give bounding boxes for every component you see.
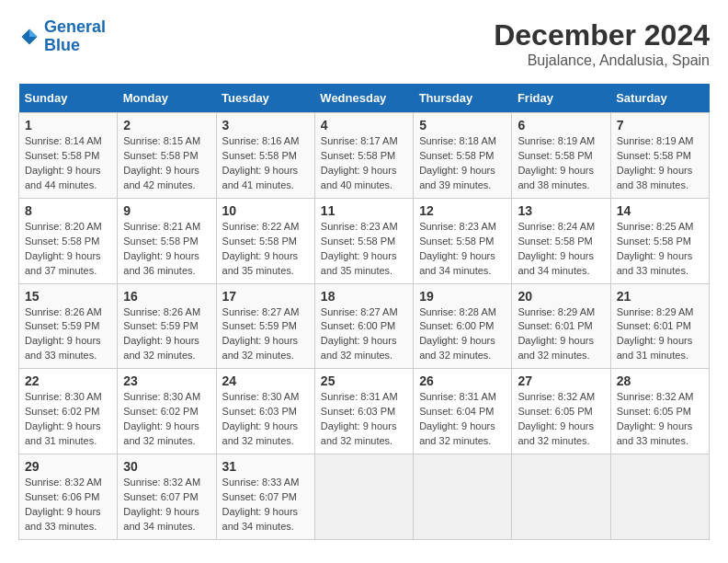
day-info: Sunrise: 8:23 AMSunset: 5:58 PMDaylight:…	[321, 220, 407, 279]
calendar-header-monday: Monday	[118, 84, 216, 113]
day-number: 27	[518, 373, 604, 388]
calendar-cell: 15 Sunrise: 8:26 AMSunset: 5:59 PMDaylig…	[19, 283, 118, 369]
calendar-header-tuesday: Tuesday	[216, 84, 314, 113]
day-number: 12	[419, 203, 506, 218]
day-number: 15	[25, 289, 111, 304]
calendar-cell: 1 Sunrise: 8:14 AMSunset: 5:58 PMDayligh…	[19, 113, 118, 199]
day-info: Sunrise: 8:26 AMSunset: 5:59 PMDaylight:…	[25, 305, 111, 364]
calendar-cell: 8 Sunrise: 8:20 AMSunset: 5:58 PMDayligh…	[19, 198, 118, 283]
day-number: 7	[617, 118, 703, 132]
day-number: 22	[25, 373, 111, 388]
calendar-header-friday: Friday	[512, 84, 610, 113]
calendar-week-row: 15 Sunrise: 8:26 AMSunset: 5:59 PMDaylig…	[19, 283, 710, 369]
calendar-cell: 2 Sunrise: 8:15 AMSunset: 5:58 PMDayligh…	[118, 113, 216, 199]
calendar-cell: 11 Sunrise: 8:23 AMSunset: 5:58 PMDaylig…	[314, 198, 413, 283]
day-number: 1	[25, 118, 111, 132]
calendar-cell: 25 Sunrise: 8:31 AMSunset: 6:03 PMDaylig…	[314, 369, 413, 454]
calendar-week-row: 22 Sunrise: 8:30 AMSunset: 6:02 PMDaylig…	[19, 369, 710, 454]
page-subtitle: Bujalance, Andalusia, Spain	[494, 52, 710, 69]
day-info: Sunrise: 8:19 AMSunset: 5:58 PMDaylight:…	[617, 134, 703, 193]
day-info: Sunrise: 8:15 AMSunset: 5:58 PMDaylight:…	[123, 134, 210, 193]
day-info: Sunrise: 8:16 AMSunset: 5:58 PMDaylight:…	[222, 134, 309, 193]
day-number: 20	[518, 289, 604, 304]
day-info: Sunrise: 8:33 AMSunset: 6:07 PMDaylight:…	[222, 476, 309, 534]
calendar-week-row: 29 Sunrise: 8:32 AMSunset: 6:06 PMDaylig…	[19, 454, 710, 540]
day-info: Sunrise: 8:29 AMSunset: 6:01 PMDaylight:…	[518, 305, 604, 364]
calendar-header-row: SundayMondayTuesdayWednesdayThursdayFrid…	[19, 84, 710, 113]
day-info: Sunrise: 8:14 AMSunset: 5:58 PMDaylight:…	[25, 134, 111, 193]
calendar-cell: 10 Sunrise: 8:22 AMSunset: 5:58 PMDaylig…	[216, 198, 314, 283]
svg-marker-1	[29, 29, 38, 37]
day-info: Sunrise: 8:31 AMSunset: 6:03 PMDaylight:…	[321, 390, 407, 449]
day-number: 3	[222, 118, 309, 132]
day-info: Sunrise: 8:18 AMSunset: 5:58 PMDaylight:…	[419, 134, 506, 193]
day-number: 13	[518, 203, 604, 218]
day-number: 8	[25, 203, 111, 218]
day-info: Sunrise: 8:27 AMSunset: 5:59 PMDaylight:…	[222, 305, 309, 364]
calendar-cell: 12 Sunrise: 8:23 AMSunset: 5:58 PMDaylig…	[414, 198, 512, 283]
calendar-cell: 26 Sunrise: 8:31 AMSunset: 6:04 PMDaylig…	[414, 369, 512, 454]
calendar-cell: 22 Sunrise: 8:30 AMSunset: 6:02 PMDaylig…	[19, 369, 118, 454]
day-info: Sunrise: 8:24 AMSunset: 5:58 PMDaylight:…	[518, 220, 604, 279]
calendar-week-row: 1 Sunrise: 8:14 AMSunset: 5:58 PMDayligh…	[19, 113, 710, 199]
calendar-header-sunday: Sunday	[19, 84, 118, 113]
day-info: Sunrise: 8:22 AMSunset: 5:58 PMDaylight:…	[222, 220, 309, 279]
calendar-cell: 4 Sunrise: 8:17 AMSunset: 5:58 PMDayligh…	[314, 113, 413, 199]
day-number: 26	[419, 373, 506, 388]
day-number: 21	[617, 289, 703, 304]
day-number: 10	[222, 203, 309, 218]
day-info: Sunrise: 8:19 AMSunset: 5:58 PMDaylight:…	[518, 134, 604, 193]
day-info: Sunrise: 8:26 AMSunset: 5:59 PMDaylight:…	[123, 305, 210, 364]
day-info: Sunrise: 8:32 AMSunset: 6:05 PMDaylight:…	[518, 390, 604, 449]
page-title: December 2024	[494, 18, 710, 52]
day-number: 6	[518, 118, 604, 132]
calendar-header-thursday: Thursday	[414, 84, 512, 113]
day-info: Sunrise: 8:20 AMSunset: 5:58 PMDaylight:…	[25, 220, 111, 279]
day-number: 31	[222, 459, 309, 474]
day-info: Sunrise: 8:25 AMSunset: 5:58 PMDaylight:…	[617, 220, 703, 279]
calendar-cell: 20 Sunrise: 8:29 AMSunset: 6:01 PMDaylig…	[512, 283, 610, 369]
day-info: Sunrise: 8:28 AMSunset: 6:00 PMDaylight:…	[419, 305, 506, 364]
calendar-cell: 5 Sunrise: 8:18 AMSunset: 5:58 PMDayligh…	[414, 113, 512, 199]
calendar-cell: 6 Sunrise: 8:19 AMSunset: 5:58 PMDayligh…	[512, 113, 610, 199]
day-number: 14	[617, 203, 703, 218]
day-number: 5	[419, 118, 506, 132]
calendar-cell: 21 Sunrise: 8:29 AMSunset: 6:01 PMDaylig…	[610, 283, 709, 369]
page-header: General Blue December 2024 Bujalance, An…	[18, 18, 710, 69]
calendar-table: SundayMondayTuesdayWednesdayThursdayFrid…	[18, 84, 710, 540]
day-info: Sunrise: 8:32 AMSunset: 6:07 PMDaylight:…	[123, 476, 210, 534]
calendar-cell: 24 Sunrise: 8:30 AMSunset: 6:03 PMDaylig…	[216, 369, 314, 454]
day-info: Sunrise: 8:21 AMSunset: 5:58 PMDaylight:…	[123, 220, 210, 279]
calendar-cell: 9 Sunrise: 8:21 AMSunset: 5:58 PMDayligh…	[118, 198, 216, 283]
day-number: 2	[123, 118, 210, 132]
day-number: 18	[321, 289, 407, 304]
calendar-cell: 23 Sunrise: 8:30 AMSunset: 6:02 PMDaylig…	[118, 369, 216, 454]
day-info: Sunrise: 8:30 AMSunset: 6:03 PMDaylight:…	[222, 390, 309, 449]
calendar-cell	[314, 454, 413, 540]
day-number: 24	[222, 373, 309, 388]
day-number: 30	[123, 459, 210, 474]
day-info: Sunrise: 8:29 AMSunset: 6:01 PMDaylight:…	[617, 305, 703, 364]
day-info: Sunrise: 8:32 AMSunset: 6:05 PMDaylight:…	[617, 390, 703, 449]
title-block: December 2024 Bujalance, Andalusia, Spai…	[494, 18, 710, 69]
day-number: 17	[222, 289, 309, 304]
day-number: 23	[123, 373, 210, 388]
calendar-cell: 7 Sunrise: 8:19 AMSunset: 5:58 PMDayligh…	[610, 113, 709, 199]
day-number: 16	[123, 289, 210, 304]
calendar-cell	[512, 454, 610, 540]
calendar-cell: 30 Sunrise: 8:32 AMSunset: 6:07 PMDaylig…	[118, 454, 216, 540]
calendar-cell: 3 Sunrise: 8:16 AMSunset: 5:58 PMDayligh…	[216, 113, 314, 199]
day-info: Sunrise: 8:27 AMSunset: 6:00 PMDaylight:…	[321, 305, 407, 364]
logo: General Blue	[18, 18, 106, 55]
calendar-cell	[610, 454, 709, 540]
logo-text: General Blue	[44, 18, 106, 55]
day-info: Sunrise: 8:30 AMSunset: 6:02 PMDaylight:…	[25, 390, 111, 449]
calendar-cell: 18 Sunrise: 8:27 AMSunset: 6:00 PMDaylig…	[314, 283, 413, 369]
calendar-cell: 13 Sunrise: 8:24 AMSunset: 5:58 PMDaylig…	[512, 198, 610, 283]
calendar-header-saturday: Saturday	[610, 84, 709, 113]
day-info: Sunrise: 8:23 AMSunset: 5:58 PMDaylight:…	[419, 220, 506, 279]
day-number: 19	[419, 289, 506, 304]
calendar-cell: 17 Sunrise: 8:27 AMSunset: 5:59 PMDaylig…	[216, 283, 314, 369]
calendar-cell: 28 Sunrise: 8:32 AMSunset: 6:05 PMDaylig…	[610, 369, 709, 454]
calendar-header-wednesday: Wednesday	[314, 84, 413, 113]
